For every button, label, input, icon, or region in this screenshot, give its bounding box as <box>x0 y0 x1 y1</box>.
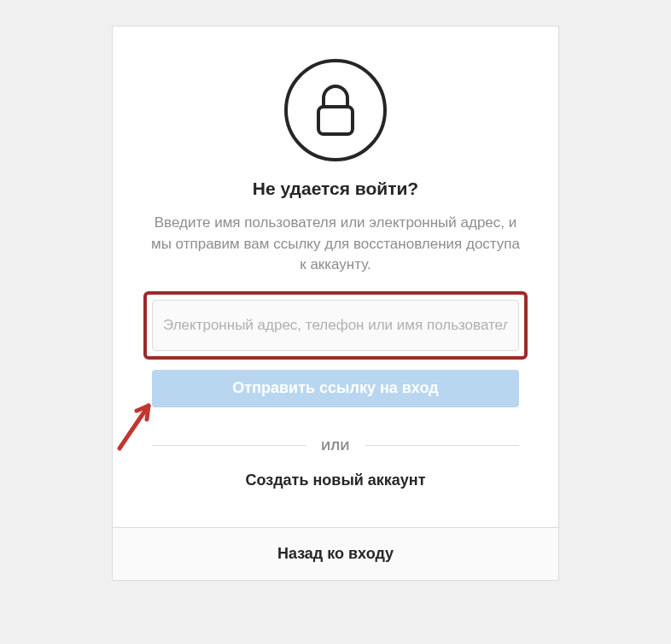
footer-bar: Назад ко входу <box>112 528 559 581</box>
lock-icon <box>283 57 388 163</box>
svg-point-0 <box>286 61 385 160</box>
page-title: Не удается войти? <box>143 179 528 199</box>
username-email-input[interactable] <box>152 300 519 351</box>
divider: ИЛИ <box>152 438 519 453</box>
description-text: Введите имя пользователя или электронный… <box>143 213 528 276</box>
password-recovery-card: Не удается войти? Введите имя пользовате… <box>112 26 559 528</box>
svg-rect-1 <box>318 107 353 134</box>
send-link-button[interactable]: Отправить ссылку на вход <box>152 370 519 407</box>
divider-line-left <box>152 445 306 446</box>
back-to-login-link[interactable]: Назад ко входу <box>277 545 394 563</box>
divider-line-right <box>365 445 519 446</box>
create-account-link[interactable]: Создать новый аккаунт <box>245 471 425 489</box>
divider-text: ИЛИ <box>306 438 365 453</box>
input-highlight-annotation <box>143 291 528 360</box>
